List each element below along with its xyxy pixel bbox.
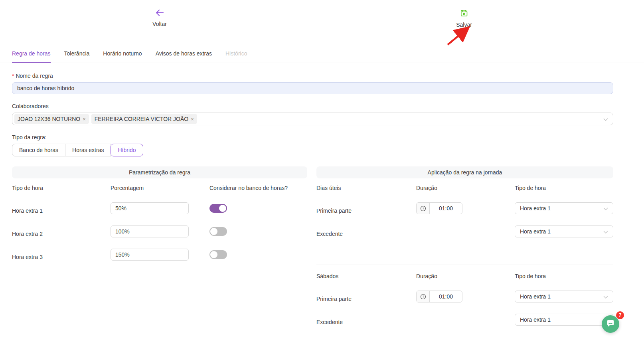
col-header-considerar: Considerar no banco de horas?: [209, 185, 307, 191]
collaborators-select[interactable]: JOAO 12X36 NOTURNO × FERREIRA CORREIA VI…: [12, 113, 613, 125]
hour-type-select-value: Hora extra 1: [520, 293, 551, 300]
collaborator-tag: JOAO 12X36 NOTURNO ×: [14, 114, 89, 124]
chat-launcher-button[interactable]: [602, 315, 619, 333]
rule-form: *Nome da regra Colaboradores JOAO 12X36 …: [0, 73, 613, 346]
tab-horario-noturno[interactable]: Horário noturno: [103, 50, 142, 63]
hour-type-label: Hora extra 3: [12, 254, 111, 261]
remove-tag-icon[interactable]: ×: [83, 116, 86, 122]
consider-in-bank-toggle[interactable]: [209, 204, 227, 213]
row-label: Primeira parte: [316, 208, 416, 214]
chevron-down-icon: [603, 228, 608, 235]
application-title: Aplicação da regra na jornada: [316, 166, 613, 178]
section-divider: [316, 265, 613, 265]
rule-type-group: Banco de horas Horas extras Híbrido: [12, 144, 613, 156]
rule-type-horas-extras[interactable]: Horas extras: [65, 144, 111, 156]
application-row: Excedente Hora extra 1: [316, 314, 613, 326]
clock-icon: [417, 203, 430, 214]
chat-bubble-icon: [606, 318, 615, 330]
row-label: Excedente: [316, 231, 416, 237]
row-label: Primeira parte: [316, 296, 416, 303]
tab-regra-de-horas[interactable]: Regra de horas: [12, 50, 51, 63]
application-row: Primeira parte 01:00: [316, 202, 613, 214]
toggle-knob: [219, 205, 226, 212]
application-row: Excedente Hora extra 1: [316, 225, 613, 237]
duration-value: 01:00: [430, 291, 462, 302]
toggle-knob: [210, 228, 217, 235]
rule-type-banco-de-horas[interactable]: Banco de horas: [12, 144, 65, 156]
consider-in-bank-toggle[interactable]: [209, 250, 227, 259]
consider-in-bank-toggle[interactable]: [209, 227, 227, 236]
hour-type-label: Hora extra 1: [12, 208, 111, 214]
duration-input[interactable]: 01:00: [416, 202, 462, 214]
row-label: Excedente: [316, 319, 416, 326]
application-row: Primeira parte 01:00: [316, 291, 613, 303]
col-header-duracao: Duração: [416, 185, 515, 191]
back-arrow-icon: [155, 9, 164, 18]
back-button-label: Voltar: [152, 21, 167, 27]
rule-type-hibrido[interactable]: Híbrido: [111, 144, 143, 156]
tab-historico[interactable]: Histórico: [225, 50, 247, 63]
percentage-input[interactable]: [111, 225, 189, 237]
hour-type-select[interactable]: Hora extra 1: [515, 291, 613, 303]
hour-type-select-value: Hora extra 1: [520, 205, 551, 212]
back-button[interactable]: Voltar: [152, 9, 167, 27]
collaborator-tag: FERREIRA CORREIA VICTOR JOÃO ×: [91, 114, 197, 124]
chevron-down-icon: [603, 115, 608, 123]
percentage-input[interactable]: [111, 202, 189, 214]
rule-name-label: *Nome da regra: [12, 73, 613, 79]
rule-type-label: Tipo da regra:: [12, 134, 613, 140]
tab-avisos-horas-extras[interactable]: Avisos de horas extras: [156, 50, 212, 63]
top-action-bar: Voltar Salvar: [0, 0, 644, 38]
tab-bar: Regra de horas Tolerância Horário noturn…: [0, 38, 644, 63]
parametrization-row: Hora extra 1: [12, 202, 307, 214]
toggle-knob: [210, 251, 217, 258]
col-header-sabados: Sábados: [316, 273, 416, 279]
col-header-tipo-de-hora: Tipo de hora: [12, 185, 111, 191]
duration-value: 01:00: [430, 203, 462, 214]
percentage-input[interactable]: [111, 249, 189, 261]
parametrization-row: Hora extra 3: [12, 249, 307, 261]
save-icon: [460, 9, 468, 19]
application-panel: Aplicação da regra na jornada Dias úteis…: [316, 166, 613, 346]
col-header-tipo-de-hora: Tipo de hora: [515, 273, 613, 279]
save-button-label: Salvar: [456, 22, 472, 28]
hour-type-select-value: Hora extra 1: [520, 316, 551, 323]
remove-tag-icon[interactable]: ×: [191, 116, 194, 122]
col-header-tipo-de-hora: Tipo de hora: [515, 185, 613, 191]
tab-tolerancia[interactable]: Tolerância: [64, 50, 90, 63]
parametrization-title: Parametrização da regra: [12, 166, 307, 178]
hour-type-select-value: Hora extra 1: [520, 228, 551, 235]
overtime-rule-page: Voltar Salvar Regra de horas Tolerân: [0, 0, 644, 346]
parametrization-panel: Parametrização da regra Tipo de hora Por…: [12, 166, 307, 261]
required-marker: *: [12, 73, 14, 79]
save-button[interactable]: Salvar: [456, 9, 472, 28]
col-header-porcentagem: Porcentagem: [111, 185, 209, 191]
chevron-down-icon: [603, 293, 608, 300]
hour-type-select[interactable]: Hora extra 1: [515, 314, 613, 326]
duration-input[interactable]: 01:00: [416, 291, 462, 303]
col-header-dias-uteis: Dias úteis: [316, 185, 416, 191]
rule-name-input[interactable]: [12, 82, 613, 94]
hour-type-label: Hora extra 2: [12, 231, 111, 237]
col-header-duracao: Duração: [416, 273, 515, 279]
chat-unread-badge: 7: [616, 311, 624, 319]
parametrization-row: Hora extra 2: [12, 225, 307, 237]
collaborators-label: Colaboradores: [12, 103, 613, 109]
hour-type-select[interactable]: Hora extra 1: [515, 225, 613, 237]
chevron-down-icon: [603, 205, 608, 212]
hour-type-select[interactable]: Hora extra 1: [515, 202, 613, 214]
clock-icon: [417, 291, 430, 302]
